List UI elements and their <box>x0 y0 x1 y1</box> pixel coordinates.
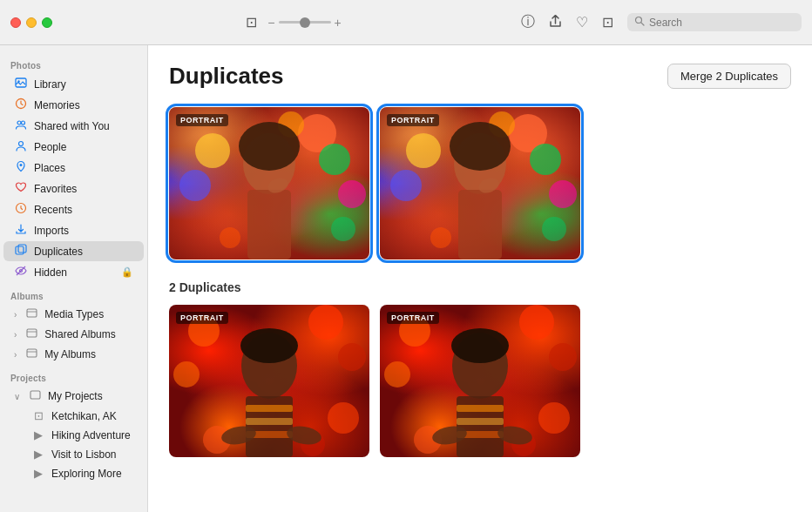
close-button[interactable] <box>10 17 21 28</box>
svg-line-1 <box>641 23 644 25</box>
sidebar-item-shared-albums[interactable]: › Shared Albums <box>3 325 144 344</box>
search-input[interactable] <box>649 17 795 29</box>
svg-point-47 <box>338 343 366 371</box>
svg-rect-55 <box>246 418 293 425</box>
sidebar-label-exploring: Exploring More <box>51 468 122 480</box>
svg-point-28 <box>220 227 240 248</box>
sidebar-label-shared-albums: Shared Albums <box>44 328 115 340</box>
svg-point-63 <box>384 361 410 387</box>
sidebar-item-favorites[interactable]: Favorites <box>3 179 144 199</box>
sidebar-item-recents[interactable]: Recents <box>3 199 144 219</box>
sidebar-label-library: Library <box>34 78 66 91</box>
photo-item-2[interactable]: PORTRAIT <box>380 107 580 259</box>
sidebar-label-lisbon: Visit to Lisbon <box>51 448 117 461</box>
svg-rect-69 <box>457 405 504 412</box>
photo-item-4[interactable]: PORTRAIT <box>380 305 580 457</box>
photo-row-1: PORTRAIT <box>169 107 791 259</box>
photo-badge-1: PORTRAIT <box>176 114 228 126</box>
svg-rect-30 <box>247 190 291 259</box>
svg-point-64 <box>538 402 570 434</box>
section-label-photos: Photos <box>0 52 147 73</box>
favorites-icon <box>14 181 28 196</box>
sidebar-item-shared-with-you[interactable]: Shared with You <box>3 116 144 136</box>
recents-icon <box>14 202 28 217</box>
exploring-icon: ▶ <box>31 467 45 480</box>
sidebar-item-exploring[interactable]: ▶ Exploring More <box>3 464 144 482</box>
sidebar-label-recents: Recents <box>34 204 72 216</box>
svg-point-7 <box>19 142 24 146</box>
sidebar-label-my-albums: My Albums <box>44 348 96 360</box>
svg-rect-54 <box>246 405 293 412</box>
sidebar-item-people[interactable]: People <box>3 137 144 157</box>
share-icon[interactable] <box>549 15 562 30</box>
svg-point-27 <box>331 217 355 241</box>
chevron-right-icon-2: › <box>14 330 17 340</box>
svg-point-57 <box>240 328 298 363</box>
sidebar-label-duplicates: Duplicates <box>34 246 83 258</box>
svg-point-72 <box>451 328 509 363</box>
chevron-right-icon: › <box>14 310 17 320</box>
section-label-projects: Projects <box>0 365 147 386</box>
sidebar-label-my-projects: My Projects <box>48 390 103 402</box>
svg-rect-18 <box>27 349 37 357</box>
svg-rect-70 <box>457 418 504 425</box>
sidebar-item-my-albums[interactable]: › My Albums <box>3 345 144 364</box>
sidebar-label-ketchikan: Ketchikan, AK <box>51 410 117 422</box>
hidden-icon <box>14 265 28 280</box>
sidebar-item-library[interactable]: Library <box>3 74 144 94</box>
sidebar-item-memories[interactable]: Memories <box>3 95 144 115</box>
search-bar[interactable] <box>627 13 802 31</box>
sidebar-item-imports[interactable]: Imports <box>3 220 144 240</box>
photo-item-3[interactable]: PORTRAIT <box>169 305 369 457</box>
zoom-minus-icon[interactable]: − <box>267 16 274 30</box>
shared-with-you-icon <box>14 118 28 133</box>
chevron-down-icon: ∨ <box>14 392 20 401</box>
ketchikan-icon: ⊡ <box>31 409 45 422</box>
info-icon[interactable]: ⓘ <box>521 13 535 31</box>
sidebar-item-lisbon[interactable]: ▶ Visit to Lisbon <box>3 445 144 463</box>
svg-rect-14 <box>27 309 37 317</box>
favorite-icon[interactable]: ♡ <box>576 14 588 30</box>
zoom-slider[interactable] <box>279 21 331 24</box>
traffic-lights <box>10 17 52 28</box>
sidebar-label-hiking: Hiking Adventure <box>51 429 131 441</box>
toolbar-center: ⊡ − + <box>66 14 521 30</box>
sidebar-item-media-types[interactable]: › Media Types <box>3 305 144 324</box>
sidebar-item-hiking[interactable]: ▶ Hiking Adventure <box>3 426 144 444</box>
photo-badge-3: PORTRAIT <box>176 312 228 324</box>
sidebar-item-places[interactable]: Places <box>3 158 144 178</box>
sidebar-item-ketchikan[interactable]: ⊡ Ketchikan, AK <box>3 407 144 425</box>
maximize-button[interactable] <box>42 17 52 28</box>
svg-point-35 <box>406 133 441 168</box>
search-icon <box>634 16 645 29</box>
photo-badge-2: PORTRAIT <box>387 114 439 126</box>
sidebar-item-my-projects[interactable]: ∨ My Projects <box>3 387 144 406</box>
svg-rect-11 <box>18 245 26 253</box>
merge-button[interactable]: Merge 2 Duplicates <box>667 64 791 89</box>
svg-point-31 <box>239 122 300 171</box>
slideshow-icon[interactable]: ⊡ <box>246 14 257 30</box>
photo-badge-4: PORTRAIT <box>387 312 439 324</box>
crop-icon[interactable]: ⊡ <box>602 14 613 30</box>
photo-item-1[interactable]: PORTRAIT <box>169 107 369 259</box>
svg-point-49 <box>328 402 359 434</box>
sidebar-item-duplicates[interactable]: Duplicates <box>3 241 144 261</box>
sidebar-label-hidden: Hidden <box>34 266 67 279</box>
minimize-button[interactable] <box>26 17 37 28</box>
svg-point-24 <box>338 180 366 208</box>
svg-rect-42 <box>458 190 502 259</box>
sidebar-label-shared: Shared with You <box>34 120 110 132</box>
sidebar-item-hidden[interactable]: Hidden 🔒 <box>3 262 144 282</box>
zoom-plus-icon[interactable]: + <box>335 16 342 30</box>
svg-point-6 <box>22 121 25 125</box>
memories-icon <box>14 98 28 112</box>
chevron-right-icon-3: › <box>14 350 17 360</box>
svg-point-8 <box>20 164 23 166</box>
imports-icon <box>14 223 28 238</box>
main-content: Duplicates Merge 2 Duplicates PORTRAIT <box>148 45 812 512</box>
page-header: Duplicates Merge 2 Duplicates <box>169 63 791 90</box>
page-title: Duplicates <box>169 63 284 90</box>
svg-point-37 <box>390 170 422 201</box>
svg-point-36 <box>549 180 577 208</box>
svg-rect-16 <box>27 329 37 337</box>
